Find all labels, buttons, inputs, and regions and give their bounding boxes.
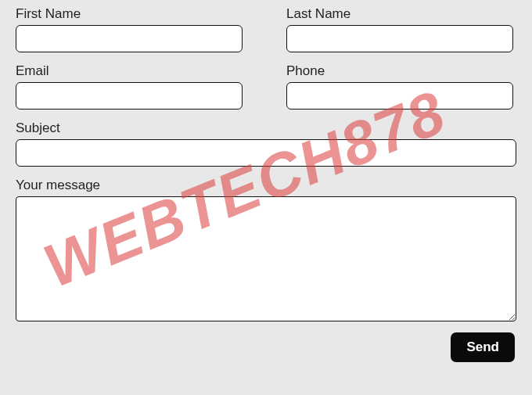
subject-input[interactable] [16, 139, 516, 167]
field-email: Email [16, 63, 243, 110]
first-name-label: First Name [16, 6, 243, 22]
email-label: Email [16, 63, 243, 79]
subject-label: Subject [16, 120, 516, 136]
field-subject: Subject [16, 120, 516, 167]
last-name-input[interactable] [286, 25, 513, 52]
form-row-contact: Email Phone [16, 63, 516, 120]
field-last-name: Last Name [286, 6, 513, 52]
field-phone: Phone [286, 63, 513, 110]
email-input[interactable] [16, 82, 243, 110]
message-label: Your message [16, 178, 516, 193]
first-name-input[interactable] [16, 25, 243, 52]
last-name-label: Last Name [286, 6, 513, 22]
phone-input[interactable] [286, 82, 513, 110]
send-button[interactable]: Send [451, 332, 515, 362]
phone-label: Phone [286, 63, 513, 79]
message-textarea[interactable] [16, 196, 516, 321]
contact-form: First Name Last Name Email Phone Subject… [16, 6, 516, 362]
button-row: Send [16, 332, 516, 362]
field-first-name: First Name [16, 6, 243, 52]
field-message: Your message [16, 178, 516, 321]
form-row-name: First Name Last Name [16, 6, 516, 63]
